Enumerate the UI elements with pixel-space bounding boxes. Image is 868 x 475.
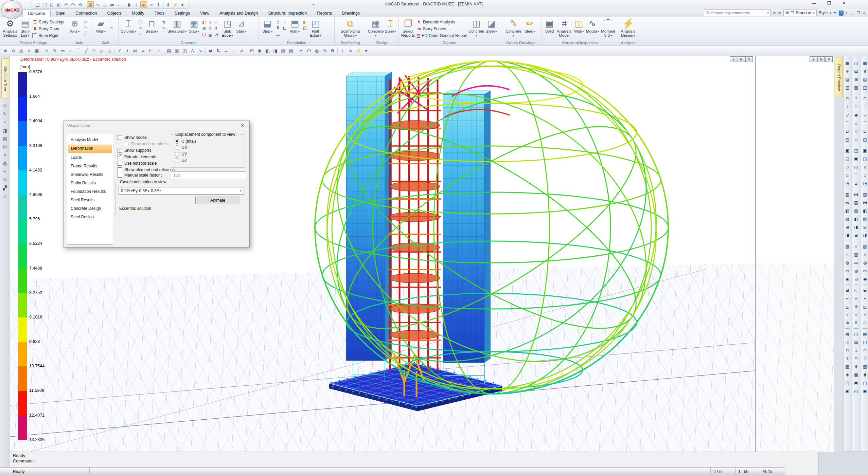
option-checkbox[interactable]: Show nodes: [118, 135, 175, 140]
right-toolbar-icon[interactable]: [854, 241, 858, 241]
toolbar-icon[interactable]: ⋈: [132, 47, 139, 54]
quick-access-icon[interactable]: ↖: [95, 2, 101, 8]
right-toolbar-icon[interactable]: ◉: [863, 275, 867, 283]
right-toolbar-icon[interactable]: [863, 189, 867, 189]
toolbar-icon[interactable]: ✎: [51, 47, 58, 54]
story-list-button[interactable]: ▤Story List: [19, 18, 31, 37]
right-toolbar-icon[interactable]: ⌒: [854, 171, 858, 179]
right-toolbar-icon[interactable]: ▦: [863, 59, 867, 67]
list-item[interactable]: Frame Results: [68, 162, 112, 170]
right-toolbar-icon[interactable]: ◰: [863, 379, 867, 387]
right-toolbar-icon[interactable]: ◉: [854, 111, 858, 119]
ribbon-tab[interactable]: Objects: [102, 10, 126, 17]
viewport-control-button[interactable]: Y: [730, 56, 737, 62]
toolbar-icon[interactable]: [337, 48, 338, 54]
strip-tool-icon[interactable]: ⊻: [275, 19, 281, 25]
right-toolbar-icon[interactable]: ⌗: [855, 242, 857, 251]
ribbon-tab[interactable]: View: [195, 10, 214, 17]
toolbar-icon[interactable]: ⊞: [248, 47, 255, 54]
right-toolbar-icon[interactable]: ▣: [845, 387, 849, 395]
slab-tool-icon[interactable]: ⊞: [201, 25, 207, 31]
list-item[interactable]: Analysis Model: [68, 136, 112, 144]
list-item[interactable]: Purlin Results: [68, 179, 112, 187]
right-toolbar-icon[interactable]: ⌐: [864, 294, 866, 303]
toolbar-icon[interactable]: ◧: [264, 47, 271, 54]
column-tool-icon[interactable]: ▭: [138, 25, 143, 31]
right-toolbar-icon[interactable]: ▿: [855, 311, 857, 319]
right-toolbar-icon[interactable]: ⌶: [864, 354, 866, 363]
left-toolbar-icon[interactable]: ◍: [3, 161, 7, 166]
left-toolbar-icon[interactable]: ⌖: [4, 120, 6, 125]
list-item[interactable]: Deformation: [68, 145, 112, 153]
right-toolbar-icon[interactable]: ⊿: [854, 179, 858, 187]
left-toolbar-icon[interactable]: ▞: [3, 185, 7, 190]
command-search[interactable]: ▾: [704, 10, 770, 16]
right-toolbar-icon[interactable]: [845, 93, 850, 93]
quick-access-icon[interactable]: ❏: [34, 2, 40, 8]
right-toolbar-icon[interactable]: ▣: [845, 147, 849, 155]
quick-access-icon[interactable]: [85, 2, 85, 7]
toolbar-icon[interactable]: ▥: [173, 47, 180, 54]
layers-icon[interactable]: ≋: [773, 11, 776, 15]
right-toolbar-icon[interactable]: ◫: [863, 338, 867, 346]
right-toolbar-icon[interactable]: [854, 328, 858, 329]
raft-button[interactable]: ⬒Raft: [289, 18, 301, 33]
close-icon[interactable]: ✕: [239, 123, 246, 128]
toolbar-icon[interactable]: ▭: [59, 47, 66, 54]
layers-icon[interactable]: ≋: [778, 11, 781, 15]
command-area[interactable]: Ready Command :: [10, 452, 868, 469]
right-toolbar-icon[interactable]: ⊞: [854, 75, 858, 84]
toolbar-icon[interactable]: ◎: [18, 47, 25, 54]
analysis-settings-button[interactable]: ⚙Analysis Settings: [2, 18, 18, 37]
analysis-design-button[interactable]: ⚡Analysis Design: [620, 18, 636, 37]
right-toolbar-icon[interactable]: ▦: [854, 371, 858, 379]
right-toolbar-icon[interactable]: [845, 189, 850, 189]
right-toolbar-icon[interactable]: ⌐: [846, 294, 848, 303]
right-toolbar-icon[interactable]: ▥: [845, 190, 849, 199]
right-toolbar-icon[interactable]: ⊕: [846, 319, 849, 327]
right-toolbar-icon[interactable]: ◺: [854, 286, 857, 294]
right-toolbar-icon[interactable]: ▧: [845, 242, 849, 251]
mdi-control-button[interactable]: ▁: [851, 11, 854, 15]
toolbar-icon[interactable]: [114, 48, 115, 54]
option-checkbox[interactable]: Extrude elements: [118, 154, 175, 159]
right-toolbar-icon[interactable]: ◰: [845, 379, 849, 387]
reports-steel-button[interactable]: ◪Steel: [485, 18, 497, 33]
right-toolbar-icon[interactable]: ⋈: [863, 199, 867, 207]
wall-tool-icon[interactable]: ⌒: [109, 19, 114, 25]
ribbon-tab[interactable]: Structural Inspection: [263, 10, 312, 17]
toolbar-icon[interactable]: ⊕: [2, 47, 9, 54]
right-toolbar-icon[interactable]: ◫: [845, 84, 849, 92]
right-toolbar-icon[interactable]: ▣: [854, 379, 858, 387]
right-toolbar-icon[interactable]: [845, 328, 850, 329]
ribbon-tab[interactable]: Reports: [312, 10, 337, 17]
right-toolbar-icon[interactable]: ⊓: [854, 103, 857, 111]
slab-button[interactable]: ▦Slab: [188, 18, 200, 33]
strip-tool-icon[interactable]: Ⅲ: [275, 25, 281, 31]
quick-access-icon[interactable]: [124, 2, 124, 7]
displacement-radio[interactable]: UY: [175, 152, 196, 157]
ribbon-tab[interactable]: Drawings: [337, 10, 365, 17]
quick-access-icon[interactable]: ⊞: [56, 2, 62, 8]
right-toolbar-icon[interactable]: ▣: [854, 155, 858, 163]
toolbar-icon[interactable]: ⟂: [124, 47, 131, 54]
quick-access-icon[interactable]: ⟲: [77, 2, 83, 8]
right-toolbar-icon[interactable]: ⊿: [846, 163, 849, 171]
slab-tool-icon[interactable]: ▄: [207, 31, 213, 37]
right-toolbar-icon[interactable]: ⊿: [863, 163, 867, 171]
status-zoom[interactable]: % 15: [760, 468, 785, 475]
drawings-steel-button[interactable]: ✏Steel: [523, 18, 537, 33]
right-toolbar-icon[interactable]: [854, 93, 858, 93]
toolbar-icon[interactable]: △: [106, 47, 113, 54]
dynamic-analysis-report-button[interactable]: ↯Dynamic Analysis: [417, 19, 467, 25]
right-toolbar-icon[interactable]: ⊔: [846, 127, 849, 135]
viewport-control-button[interactable]: V: [825, 56, 833, 62]
list-item[interactable]: Steel Design: [68, 213, 112, 221]
right-toolbar-icon[interactable]: ▽: [854, 127, 857, 135]
right-toolbar-icon[interactable]: ◱: [854, 163, 858, 171]
toolbar-icon[interactable]: ◍: [313, 47, 320, 54]
right-toolbar-icon[interactable]: ▤: [845, 330, 849, 338]
quick-access-icon[interactable]: ⋕: [126, 2, 132, 8]
toolbar-icon[interactable]: ⌐: [155, 47, 162, 54]
right-toolbar-icon[interactable]: ▿: [864, 311, 866, 319]
